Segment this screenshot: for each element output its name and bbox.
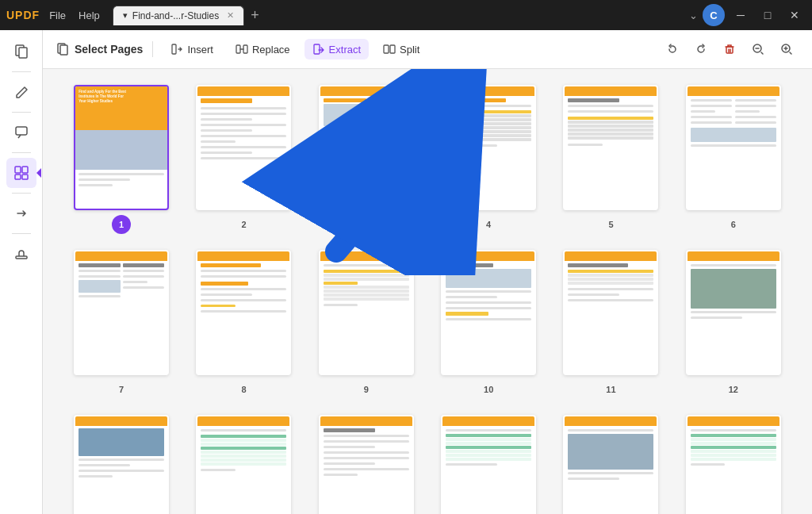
page-number-8: 8 [234,380,253,399]
page-number-5: 5 [601,215,620,234]
svg-rect-5 [15,175,21,179]
svg-rect-11 [236,45,240,53]
tab-active[interactable]: ▾ Find-and-...r-Studies ✕ [113,6,244,25]
app-logo: UPDF [6,9,40,21]
page-thumb-11[interactable]: 11 [556,250,665,399]
close-button[interactable]: ✕ [783,4,806,26]
main-area: Select Pages Insert Replace [0,30,812,514]
svg-rect-7 [16,256,27,259]
menu-help[interactable]: Help [79,10,100,21]
zoom-in-button[interactable] [774,36,799,62]
page-thumbnail-14[interactable] [196,415,291,514]
new-tab-button[interactable]: + [247,7,262,24]
page-thumb-14[interactable]: 14 [189,415,298,514]
select-pages-title: Select Pages [75,43,143,56]
page-grid: Find and Apply For the BestInstitutes In… [43,69,812,514]
extract-button[interactable]: Extract [304,39,369,59]
sidebar [0,30,43,514]
page-thumbnail-13[interactable] [74,415,169,514]
tab-close-icon[interactable]: ✕ [227,10,234,21]
tab-label: Find-and-...r-Studies [132,10,219,21]
page-grid-wrapper: Find and Apply For the BestInstitutes In… [43,69,812,514]
sidebar-icon-convert[interactable] [6,198,36,228]
page-number-9: 9 [357,380,376,399]
sidebar-icon-pages[interactable] [6,36,36,67]
split-button[interactable]: Split [375,39,427,59]
page-icon [56,42,70,56]
page-thumb-15[interactable]: 15 [312,415,421,514]
sidebar-icon-comment[interactable] [6,117,36,148]
page-thumb-8[interactable]: 8 [189,250,298,399]
svg-rect-2 [16,127,27,135]
svg-rect-12 [243,45,247,53]
page-thumbnail-11[interactable] [563,250,658,375]
menu-file[interactable]: File [49,10,66,21]
svg-rect-4 [22,167,28,173]
page-thumbnail-3[interactable] [319,85,414,210]
svg-rect-3 [15,167,21,173]
toolbar-separator-1 [152,41,153,57]
dropdown-arrow-icon[interactable]: ⌄ [689,10,698,21]
sidebar-icon-stamp[interactable] [6,239,36,269]
page-thumb-10[interactable]: 10 [434,250,543,399]
page-thumb-1[interactable]: Find and Apply For the BestInstitutes In… [67,85,176,234]
split-icon [383,43,396,56]
page-thumb-7[interactable]: 7 [67,250,176,399]
sidebar-icon-edit[interactable] [6,77,36,107]
page-thumb-4[interactable]: 4 [434,85,543,234]
delete-button[interactable] [717,36,742,62]
page-thumb-16[interactable]: 16 [434,415,543,514]
page-thumb-6[interactable]: 6 [679,85,788,234]
page-thumbnail-1[interactable]: Find and Apply For the BestInstitutes In… [74,85,169,210]
page-number-4: 4 [479,215,498,234]
page-thumbnail-9[interactable] [319,250,414,375]
replace-button[interactable]: Replace [228,39,298,59]
menu-bar: File Help [49,10,100,21]
page-thumb-5[interactable]: 5 [556,85,665,234]
page-thumb-12[interactable]: 12 [679,250,788,399]
toolbar-right-actions [660,36,799,62]
rotate-right-button[interactable] [688,36,714,62]
sidebar-icon-organize[interactable] [6,158,36,188]
page-thumbnail-18[interactable] [686,415,781,514]
svg-rect-13 [314,44,320,54]
svg-rect-16 [726,47,733,53]
content-area: Select Pages Insert Replace [43,30,812,514]
replace-label: Replace [252,44,290,56]
zoom-out-button[interactable] [745,36,771,62]
svg-rect-15 [390,45,395,53]
page-thumbnail-10[interactable] [441,250,536,375]
page-thumb-18[interactable]: 18 [679,415,788,514]
minimize-button[interactable]: ─ [730,4,752,26]
toolbar: Select Pages Insert Replace [43,30,812,69]
page-thumb-2[interactable]: 2 [189,85,298,234]
page-number-1: 1 [112,215,131,234]
page-thumb-3[interactable]: 3 [312,85,421,234]
page-thumbnail-2[interactable] [196,85,291,210]
page-thumb-17[interactable]: 17 [556,415,665,514]
avatar[interactable]: C [703,4,725,26]
insert-label: Insert [187,44,213,56]
page-thumbnail-7[interactable] [74,250,169,375]
page-thumbnail-8[interactable] [196,250,291,375]
page-number-6: 6 [724,215,743,234]
page-thumbnail-4[interactable] [441,85,536,210]
extract-label: Extract [329,44,361,56]
page-number-7: 7 [112,380,131,399]
rotate-left-button[interactable] [660,36,685,62]
page-thumbnail-6[interactable] [686,85,781,210]
maximize-button[interactable]: □ [756,4,779,26]
page-thumb-13[interactable]: 13 [67,415,176,514]
page-thumbnail-17[interactable] [563,415,658,514]
titlebar: UPDF File Help ▾ Find-and-...r-Studies ✕… [0,0,812,30]
page-thumbnail-12[interactable] [686,250,781,375]
page-thumbnail-5[interactable] [563,85,658,210]
page-number-11: 11 [601,380,620,399]
page-thumb-9[interactable]: 9 [312,250,421,399]
page-thumbnail-15[interactable] [319,415,414,514]
toolbar-title: Select Pages [56,42,143,56]
page-thumbnail-16[interactable] [441,415,536,514]
page-number-12: 12 [724,380,743,399]
page-number-2: 2 [234,215,253,234]
insert-button[interactable]: Insert [163,39,221,59]
